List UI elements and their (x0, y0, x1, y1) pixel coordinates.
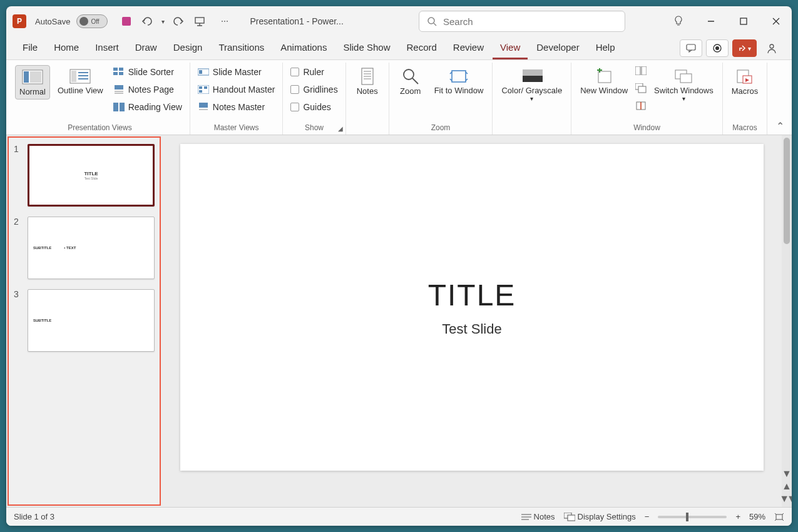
tab-review[interactable]: Review (446, 37, 491, 59)
tab-help[interactable]: Help (588, 37, 623, 59)
color-grayscale-label: Color/ Grayscale (501, 86, 562, 95)
svg-rect-58 (638, 86, 646, 93)
svg-rect-35 (199, 70, 202, 74)
show-dialog-launcher[interactable]: ◢ (338, 125, 343, 132)
notes-toggle[interactable]: Notes (521, 512, 555, 521)
notes-button[interactable]: Notes (351, 65, 384, 98)
zoom-button[interactable]: Zoom (394, 65, 427, 98)
comment-icon (686, 44, 696, 53)
svg-rect-3 (195, 18, 204, 23)
slide-sorter-button[interactable]: Slide Sorter (111, 65, 185, 79)
slide-subtitle[interactable]: Test Slide (442, 321, 501, 337)
svg-rect-18 (24, 71, 29, 83)
fit-to-window-status[interactable] (774, 513, 784, 521)
tab-design[interactable]: Design (166, 37, 210, 59)
qat-customize-button[interactable]: ⋯ (217, 14, 232, 29)
cascade-button[interactable] (635, 83, 647, 94)
fit-window-icon (448, 68, 469, 85)
tab-animations[interactable]: Animations (273, 37, 334, 59)
group-label-zoom: Zoom (431, 122, 451, 133)
titlebar: P AutoSave Off ▾ ⋯ Presentation1 - Power… (6, 6, 792, 36)
undo-dropdown-icon[interactable]: ▾ (161, 18, 165, 25)
ruler-checkbox[interactable]: Ruler (288, 65, 340, 79)
tab-home[interactable]: Home (46, 37, 86, 59)
slide-master-icon (198, 68, 209, 76)
scrollbar-thumb[interactable] (784, 138, 790, 244)
gridlines-checkbox[interactable]: Gridlines (288, 83, 340, 96)
tab-file[interactable]: File (15, 37, 45, 59)
macros-button[interactable]: Macros (728, 65, 762, 98)
new-window-button[interactable]: New Window (576, 65, 632, 98)
normal-view-icon (22, 68, 43, 86)
collapse-ribbon-button[interactable]: ⌃ (776, 120, 784, 132)
reading-view-button[interactable]: Reading View (111, 100, 185, 114)
tab-draw[interactable]: Draw (128, 37, 165, 59)
autosave-toggle[interactable]: Off (76, 14, 108, 28)
svg-rect-55 (635, 66, 640, 75)
redo-icon (173, 16, 184, 26)
slide-sorter-icon (113, 68, 125, 76)
tab-view[interactable]: View (493, 37, 528, 59)
undo-button[interactable] (140, 14, 155, 29)
slide-master-button[interactable]: Slide Master (195, 65, 278, 79)
slide-counter[interactable]: Slide 1 of 3 (14, 512, 54, 521)
account-button[interactable] (760, 39, 783, 57)
notes-page-button[interactable]: Notes Page (111, 83, 185, 96)
handout-master-button[interactable]: Handout Master (195, 83, 278, 96)
move-split-button[interactable] (635, 100, 647, 111)
svg-rect-52 (598, 71, 611, 83)
color-grayscale-button[interactable]: Color/ Grayscale ▾ (498, 65, 566, 105)
guides-checkbox[interactable]: Guides (288, 100, 340, 114)
slide-thumbnail-2[interactable]: SUBTITLE • TEXT (28, 217, 155, 279)
zoom-slider[interactable] (658, 516, 727, 518)
tips-button[interactable] (669, 12, 688, 31)
slideshow-from-start-button[interactable] (192, 14, 207, 29)
zoom-level[interactable]: 59% (749, 512, 765, 521)
outline-view-button[interactable]: Outline View (54, 65, 107, 98)
fit-icon (774, 513, 784, 521)
tab-transitions[interactable]: Transitions (211, 37, 272, 59)
search-box[interactable] (419, 11, 625, 32)
zoom-in-button[interactable]: + (735, 512, 740, 521)
notes-label: Notes (357, 86, 378, 96)
ribbon-content: Normal Outline View Slide Sorter Notes P… (6, 60, 792, 135)
zoom-icon (400, 68, 421, 85)
tab-developer[interactable]: Developer (529, 37, 586, 59)
svg-line-48 (412, 78, 418, 84)
svg-rect-38 (204, 86, 207, 89)
nav-down-icon[interactable]: ▼ (782, 468, 792, 479)
tab-insert[interactable]: Insert (88, 37, 126, 59)
thumbnail-number: 1 (14, 144, 23, 154)
maximize-button[interactable] (734, 12, 753, 31)
redo-button[interactable] (171, 14, 186, 29)
minimize-icon (707, 18, 715, 25)
tab-slideshow[interactable]: Slide Show (335, 37, 397, 59)
nav-prev-icon[interactable]: ▲ (782, 481, 792, 492)
zoom-slider-knob[interactable] (686, 513, 688, 521)
minimize-button[interactable] (702, 12, 720, 31)
slide-title[interactable]: TITLE (428, 278, 516, 312)
tab-record[interactable]: Record (399, 37, 444, 59)
save-button[interactable] (119, 14, 134, 29)
slide-thumbnail-1[interactable]: TITLE Test Slide (28, 144, 155, 207)
comments-button[interactable] (680, 39, 702, 57)
slide-canvas[interactable]: TITLE Test Slide (180, 144, 764, 471)
thumbnail-number: 3 (14, 289, 23, 299)
statusbar: Slide 1 of 3 Notes Display Settings − + … (6, 507, 792, 526)
display-settings[interactable]: Display Settings (564, 512, 636, 521)
group-window: New Window Switch Windows ▾ Window (571, 63, 723, 135)
vertical-scrollbar[interactable]: ▼ ▲ ▼▼ (782, 135, 792, 507)
checkbox-icon (290, 68, 299, 76)
share-button[interactable]: ▾ (732, 39, 757, 57)
fit-to-window-button[interactable]: Fit to Window (431, 65, 488, 98)
switch-windows-button[interactable]: Switch Windows ▾ (650, 65, 717, 105)
search-input[interactable] (443, 16, 617, 27)
slide-thumbnail-3[interactable]: SUBTITLE (28, 289, 155, 352)
camera-button[interactable] (706, 39, 729, 57)
arrange-all-button[interactable] (635, 65, 647, 76)
normal-view-button[interactable]: Normal (15, 65, 50, 100)
zoom-out-button[interactable]: − (645, 512, 650, 521)
close-button[interactable] (767, 12, 785, 31)
notes-master-button[interactable]: Notes Master (195, 100, 278, 114)
maximize-icon (740, 18, 747, 25)
